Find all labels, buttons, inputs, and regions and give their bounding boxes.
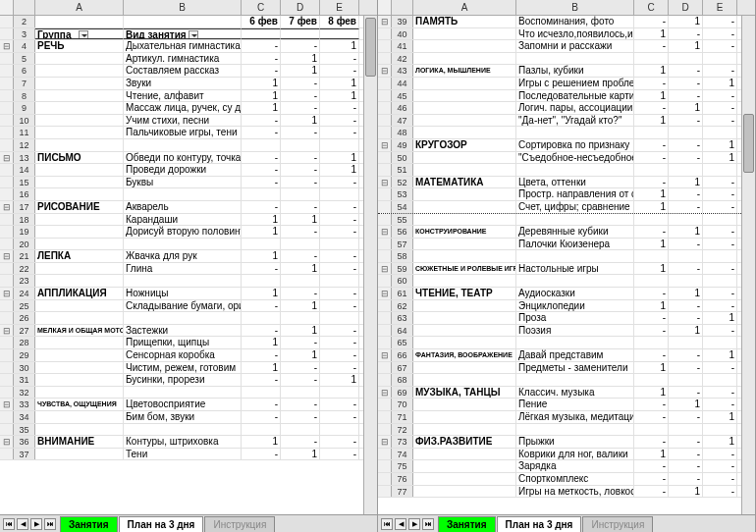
activity-cell[interactable] — [516, 275, 634, 287]
row-header[interactable]: 4 — [14, 40, 35, 52]
group-cell[interactable]: РЕЧЬ — [35, 40, 124, 52]
table-row[interactable]: 16 — [0, 188, 377, 201]
value-cell[interactable]: 1 — [242, 250, 281, 262]
value-cell[interactable] — [242, 275, 281, 287]
group-cell[interactable] — [413, 362, 516, 374]
table-row[interactable]: 57Палочки Кюизенера1-- — [378, 239, 755, 251]
value-cell[interactable] — [281, 312, 320, 324]
activity-cell[interactable]: Контуры, штриховка — [124, 436, 242, 448]
value-cell[interactable]: - — [669, 139, 703, 151]
activity-cell[interactable] — [516, 424, 634, 436]
table-row[interactable]: ⊟59СЮЖЕТНЫЕ И РОЛЕВЫЕ ИГРЫНастольные игр… — [378, 263, 755, 276]
value-cell[interactable]: - — [634, 436, 669, 448]
value-cell[interactable]: - — [703, 102, 737, 114]
nav-first[interactable]: ⏮ — [381, 518, 393, 530]
table-row[interactable]: 31Бусинки, прорези--1 — [0, 374, 377, 387]
table-row[interactable]: ⊟66ФАНТАЗИЯ, ВООБРАЖЕНИЕДавай представим… — [378, 349, 755, 362]
group-cell[interactable]: ЛОГИКА, МЫШЛЕНИЕ — [413, 65, 516, 77]
row-header[interactable]: 6 — [14, 65, 35, 77]
tab-activities[interactable]: Занятия — [60, 516, 118, 532]
value-cell[interactable] — [634, 250, 669, 262]
group-cell[interactable] — [413, 312, 516, 324]
group-cell[interactable]: МАТЕМАТИКА — [413, 177, 516, 188]
row-header[interactable]: 14 — [14, 164, 35, 176]
group-cell[interactable] — [35, 337, 124, 348]
value-cell[interactable]: 1 — [242, 90, 281, 102]
value-cell[interactable]: - — [703, 362, 737, 374]
value-cell[interactable] — [669, 374, 703, 386]
corner[interactable] — [392, 0, 413, 15]
value-cell[interactable]: - — [703, 460, 737, 472]
row-header[interactable]: 48 — [392, 127, 413, 138]
value-cell[interactable] — [281, 387, 320, 399]
tab-instruction[interactable]: Инструкция — [204, 516, 275, 532]
table-row[interactable]: 45Последовательные карти1-- — [378, 90, 755, 103]
table-row[interactable]: ⊟17РИСОВАНИЕАкварель--- — [0, 201, 377, 214]
value-cell[interactable]: - — [242, 127, 281, 138]
value-cell[interactable]: 1 — [634, 201, 669, 213]
group-cell[interactable]: СЮЖЕТНЫЕ И РОЛЕВЫЕ ИГРЫ — [413, 263, 516, 275]
value-cell[interactable]: 1 — [281, 115, 320, 127]
value-cell[interactable]: - — [320, 127, 359, 138]
table-row[interactable]: 68 — [378, 374, 755, 387]
row-header[interactable]: 67 — [392, 362, 413, 374]
row-header[interactable]: 39 — [392, 16, 413, 27]
table-row[interactable]: ⊟21ЛЕПКАЖвачка для рук1-- — [0, 250, 377, 263]
row-header[interactable]: 10 — [14, 115, 35, 127]
value-cell[interactable]: 1 — [320, 40, 359, 52]
group-cell[interactable] — [413, 102, 516, 114]
activity-cell[interactable]: Игры на меткость, ловкос — [516, 486, 634, 498]
value-cell[interactable]: - — [634, 16, 669, 27]
row-header[interactable]: 60 — [392, 275, 413, 287]
group-cell[interactable] — [35, 78, 124, 89]
value-cell[interactable]: - — [703, 387, 737, 399]
activity-cell[interactable]: Настольные игры — [516, 263, 634, 275]
value-cell[interactable]: - — [634, 40, 669, 52]
value-cell[interactable]: - — [242, 177, 281, 188]
value-cell[interactable]: - — [320, 411, 359, 423]
group-cell[interactable] — [35, 424, 124, 436]
activity-cell[interactable] — [124, 188, 242, 200]
table-row[interactable]: 3Группа_Вид занятия — [0, 28, 377, 41]
activity-cell[interactable] — [516, 214, 634, 226]
activity-cell[interactable]: Поэзия — [516, 325, 634, 337]
value-cell[interactable] — [669, 127, 703, 138]
value-cell[interactable]: 1 — [703, 349, 737, 361]
row-header[interactable]: 23 — [14, 275, 35, 287]
activity-cell[interactable] — [516, 337, 634, 348]
table-row[interactable]: 11Пальчиковые игры, тени--- — [0, 127, 377, 139]
group-cell[interactable]: ЧУВСТВА, ОЩУЩЕНИЯ — [35, 399, 124, 410]
row-header[interactable]: 66 — [392, 349, 413, 361]
value-cell[interactable]: 1 — [703, 139, 737, 151]
group-cell[interactable] — [35, 300, 124, 312]
group-cell[interactable] — [35, 449, 124, 460]
activity-cell[interactable]: Пазлы, кубики — [516, 65, 634, 77]
row-header[interactable]: 75 — [392, 460, 413, 472]
value-cell[interactable]: - — [320, 449, 359, 460]
value-cell[interactable]: - — [669, 239, 703, 250]
outline-toggle[interactable]: ⊟ — [0, 40, 14, 52]
value-cell[interactable]: - — [703, 40, 737, 52]
value-cell[interactable] — [242, 139, 281, 151]
value-cell[interactable]: - — [320, 177, 359, 188]
tab-plan[interactable]: План на 3 дня — [497, 516, 582, 532]
value-cell[interactable]: - — [703, 115, 737, 127]
table-row[interactable]: 71Лёгкая музыка, медитаци--1 — [378, 411, 755, 424]
table-row[interactable]: ⊟61ЧТЕНИЕ, ТЕАТРАудиосказки-1- — [378, 288, 755, 300]
value-cell[interactable] — [320, 312, 359, 324]
table-row[interactable]: 77Игры на меткость, ловкос-1- — [378, 486, 755, 499]
value-cell[interactable] — [703, 214, 737, 226]
value-cell[interactable]: 1 — [703, 78, 737, 89]
group-cell[interactable] — [413, 337, 516, 348]
value-cell[interactable]: 1 — [634, 362, 669, 374]
table-row[interactable]: 65 — [378, 337, 755, 349]
value-cell[interactable] — [242, 312, 281, 324]
row-header[interactable]: 44 — [392, 78, 413, 89]
value-cell[interactable]: 1 — [669, 40, 703, 52]
value-cell[interactable]: - — [281, 436, 320, 448]
row-header[interactable]: 56 — [392, 226, 413, 238]
group-cell[interactable] — [413, 424, 516, 436]
col-C[interactable]: C — [634, 0, 669, 15]
activity-cell[interactable]: Спорткомплекс — [516, 473, 634, 485]
row-header[interactable]: 40 — [392, 28, 413, 40]
